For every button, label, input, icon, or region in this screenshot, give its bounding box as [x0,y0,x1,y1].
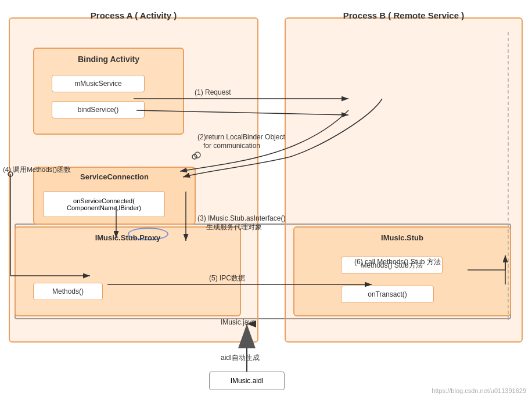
binding-activity-label: Binding Activity [78,55,139,64]
methods-proxy-label: Methods() [52,287,84,296]
process-a-label: Process A ( Activity ) [91,10,177,20]
imusic-stub-label: IMusic.Stub [381,233,423,242]
methods-stub-label: Methods() Stub方法 [361,261,422,271]
on-service-connected-label: onServiceConnected(ComponentName,IBinder… [67,197,141,211]
binding-activity-box: Binding Activity mMusicService bindServi… [33,48,184,135]
mmusic-service-label: mMusicService [74,80,121,88]
imusic-stub-proxy-box: IMusic.Stub.Proxy Methods() [15,226,241,316]
service-connection-box: ServiceConnection onServiceConnected(Com… [33,167,196,225]
imusic-aidl-label: IMusic.aidl [231,377,264,385]
service-connection-label: ServiceConnection [80,172,149,181]
methods-stub-box: Methods() Stub方法 [341,257,443,274]
methods-box-proxy: Methods() [33,283,103,300]
diagram-container: Process A ( Activity ) Binding Activity … [0,0,532,400]
watermark: https://blog.csdn.net/u011391629 [432,387,526,394]
aidl-label: aidl自动生成 [221,353,260,363]
step4-label: (4) 调用Methods()函数 [3,165,71,174]
bind-service-label: bindService() [78,106,119,114]
bind-service-box: bindService() [52,101,145,118]
mmusic-service-box: mMusicService [52,75,145,92]
process-b-label: Process B ( Remote Service ) [343,10,464,20]
imusic-stub-box: IMusic.Stub Methods() Stub方法 onTransact(… [293,226,511,316]
imusic-stub-proxy-label: IMusic.Stub.Proxy [95,233,161,242]
imusic-aidl-box: IMusic.aidl [209,372,285,390]
on-transact-box: onTransact() [341,286,434,303]
on-service-connected-box: onServiceConnected(ComponentName,IBinder… [43,191,165,217]
imusic-java-label: IMusic.java [221,318,256,326]
on-transact-label: onTransact() [368,290,407,298]
